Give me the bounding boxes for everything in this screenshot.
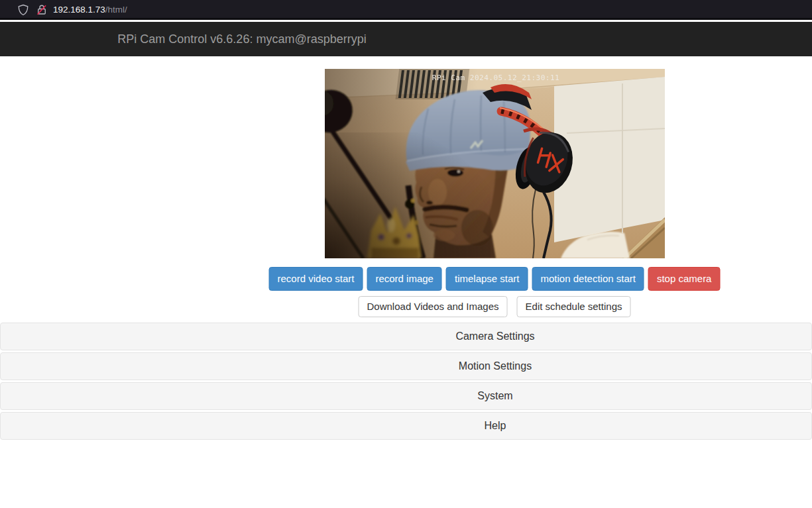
page-title: RPi Cam Control v6.6.26: mycam@raspberry… xyxy=(117,22,366,56)
edit-schedule-settings-button[interactable]: Edit schedule settings xyxy=(517,296,631,317)
timestamp-overlay: RPi Cam 2024.05.12_21:30:11 xyxy=(432,74,559,82)
accordion-help[interactable]: Help xyxy=(0,412,812,440)
timelapse-start-button[interactable]: timelapse start xyxy=(446,267,528,291)
camera-live-preview: RPi Cam 2024.05.12_21:30:11 xyxy=(325,69,665,258)
accordion-motion-settings[interactable]: Motion Settings xyxy=(0,352,812,380)
stop-camera-button[interactable]: stop camera xyxy=(648,267,721,291)
accordion-label: Motion Settings xyxy=(459,353,532,380)
insecure-lock-icon[interactable] xyxy=(36,4,48,16)
record-video-start-button[interactable]: record video start xyxy=(269,267,363,291)
app-header: RPi Cam Control v6.6.26: mycam@raspberry… xyxy=(0,22,812,56)
settings-accordion: Camera Settings Motion Settings System H… xyxy=(0,323,812,442)
record-image-button[interactable]: record image xyxy=(367,267,442,291)
accordion-label: Camera Settings xyxy=(455,323,534,350)
shield-icon[interactable] xyxy=(17,4,29,16)
accordion-label: Help xyxy=(485,413,506,439)
camera-scene: RPi Cam 2024.05.12_21:30:11 xyxy=(325,69,665,258)
secondary-button-row: Download Videos and Images Edit schedule… xyxy=(359,296,631,317)
url-text[interactable]: 192.168.1.73/html/ xyxy=(53,0,127,20)
motion-detection-start-button[interactable]: motion detection start xyxy=(532,267,644,291)
accordion-system[interactable]: System xyxy=(0,382,812,410)
accordion-label: System xyxy=(477,383,512,409)
primary-button-row: record video start record image timelaps… xyxy=(269,267,721,291)
url-path: /html/ xyxy=(105,5,127,15)
browser-url-bar[interactable]: 192.168.1.73/html/ xyxy=(0,0,812,20)
accordion-camera-settings[interactable]: Camera Settings xyxy=(0,323,812,350)
corner-shadow xyxy=(325,132,491,258)
download-videos-images-button[interactable]: Download Videos and Images xyxy=(359,296,508,317)
url-host: 192.168.1.73 xyxy=(53,5,105,15)
